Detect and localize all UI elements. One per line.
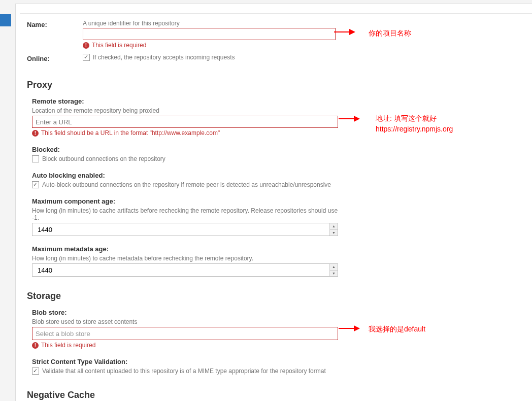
svg-marker-1 <box>349 29 355 35</box>
blob-store-label: Blob store: <box>32 309 532 316</box>
spinner-up-icon[interactable]: ▲ <box>330 264 338 271</box>
spinner-down-icon[interactable]: ▼ <box>330 230 338 236</box>
auto-blocking-label: Auto blocking enabled: <box>32 172 532 179</box>
error-icon: ! <box>83 42 89 49</box>
remote-storage-desc: Location of the remote repository being … <box>32 107 532 114</box>
name-helper: A unique identifier for this repository <box>83 20 532 27</box>
negative-cache-heading: Negative Cache <box>27 390 532 400</box>
blob-store-error: This field is required <box>41 342 95 349</box>
name-label: Name: <box>27 20 83 28</box>
svg-marker-3 <box>354 116 360 122</box>
online-label: Online: <box>27 54 83 62</box>
annotation-name: 你的项目名称 <box>369 28 411 39</box>
annotation-arrow-icon <box>339 324 360 333</box>
svg-marker-5 <box>354 325 360 331</box>
blocked-checkbox-label: Block outbound connections on the reposi… <box>42 155 165 162</box>
auto-blocking-checkbox[interactable] <box>32 181 39 188</box>
content-panel: Name: A unique identifier for this repos… <box>15 4 532 401</box>
strict-validation-label: Strict Content Type Validation: <box>32 358 532 365</box>
max-metadata-age-label: Maximum metadata age: <box>32 245 532 253</box>
strict-validation-checkbox[interactable] <box>32 367 39 375</box>
annotation-arrow-icon <box>334 27 355 37</box>
storage-heading: Storage <box>27 291 532 302</box>
blocked-checkbox[interactable] <box>32 155 39 162</box>
error-icon: ! <box>32 342 39 349</box>
max-component-age-label: Maximum component age: <box>32 197 532 205</box>
proxy-heading: Proxy <box>27 80 532 90</box>
annotation-arrow-icon <box>339 114 360 123</box>
max-component-age-input[interactable] <box>32 223 338 236</box>
blob-store-select[interactable]: Select a blob store <box>32 327 338 340</box>
max-component-age-desc: How long (in minutes) to cache artifacts… <box>32 207 342 221</box>
spinner-up-icon[interactable]: ▲ <box>330 223 338 230</box>
online-checkbox[interactable] <box>83 54 90 61</box>
name-input[interactable] <box>83 28 336 40</box>
blob-store-desc: Blob store used to store asset contents <box>32 318 532 325</box>
error-icon: ! <box>32 130 39 137</box>
blocked-label: Blocked: <box>32 146 532 153</box>
spinner-down-icon[interactable]: ▼ <box>330 271 338 277</box>
max-metadata-age-desc: How long (in minutes) to cache metadata … <box>32 255 532 262</box>
online-checkbox-label: If checked, the repository accepts incom… <box>93 54 235 61</box>
max-metadata-age-input[interactable] <box>32 263 338 277</box>
remote-storage-label: Remote storage: <box>32 97 532 105</box>
annotation-url: 地址: 填写这个就好 https://registry.npmjs.org <box>376 113 453 135</box>
blob-store-placeholder: Select a blob store <box>36 330 90 338</box>
name-error-text: This field is required <box>92 42 146 49</box>
auto-blocking-checkbox-label: Auto-block outbound connections on the r… <box>42 181 331 188</box>
strict-validation-checkbox-label: Validate that all content uploaded to th… <box>42 367 326 375</box>
annotation-blob: 我选择的是default <box>369 324 425 335</box>
remote-storage-input[interactable] <box>32 116 338 128</box>
left-blue-strip <box>0 14 11 26</box>
remote-storage-error: This field should be a URL in the format… <box>41 129 220 137</box>
